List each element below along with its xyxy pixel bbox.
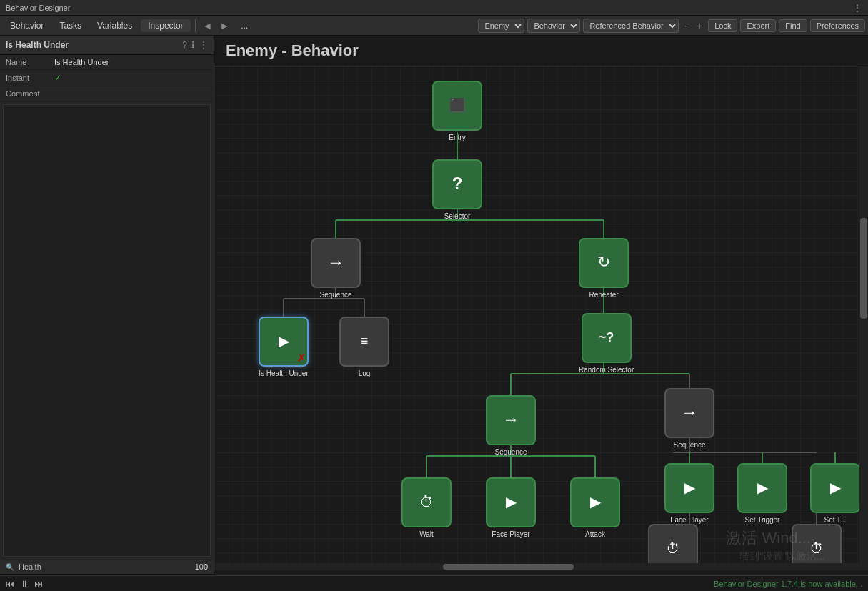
instant-check[interactable]: ✓: [54, 73, 61, 83]
ref-behavior-selector[interactable]: Referenced Behavior: [583, 19, 679, 33]
node-is-health-under[interactable]: ▶ ✗ Is Health Under: [259, 317, 309, 377]
behavior-selector[interactable]: Behavior: [527, 19, 580, 33]
sequence2-icon: →: [502, 409, 519, 429]
toolbar-minus[interactable]: -: [682, 20, 691, 31]
node-attack-box[interactable]: ▶: [570, 477, 620, 527]
node-health-box[interactable]: ▶ ✗: [259, 317, 309, 367]
health-search-icon: 🔍: [6, 563, 14, 571]
set-t-label: Set T...: [824, 516, 847, 524]
node-wait1[interactable]: ⏱ Wait: [401, 477, 452, 538]
next-button[interactable]: ⏭: [34, 579, 43, 589]
node-sequence2-box[interactable]: →: [486, 395, 536, 445]
inspector-menu-icon[interactable]: ⋮: [199, 40, 208, 50]
node-sequence1-box[interactable]: →: [311, 238, 361, 288]
node-set-trigger-box[interactable]: ▶: [737, 463, 787, 513]
entry-icon: ⬛: [449, 97, 465, 113]
prev-button[interactable]: ⏮: [6, 579, 14, 589]
node-set-t-box[interactable]: ▶: [810, 463, 860, 513]
name-value: Is Health Under: [54, 58, 208, 66]
node-selector[interactable]: ? Selector: [432, 159, 482, 220]
node-sequence1[interactable]: → Sequence: [311, 238, 361, 299]
node-entry[interactable]: ⬛ Entry: [432, 81, 482, 141]
entry-label: Entry: [449, 134, 465, 141]
repeater-label: Repeater: [589, 291, 618, 299]
node-sequence3[interactable]: → Sequence: [664, 388, 714, 449]
selector-label: Selector: [444, 212, 471, 220]
inspector-icons: ? ℹ ⋮: [182, 40, 208, 50]
log-icon: ≡: [361, 334, 369, 349]
vertical-scrollbar-thumb[interactable]: [860, 218, 867, 319]
wait1-label: Wait: [419, 530, 434, 538]
playback-controls: ⏮ ⏸ ⏭: [6, 579, 43, 589]
node-random-selector-box[interactable]: ~?: [582, 313, 632, 363]
title-bar-menu-icon[interactable]: ⋮: [852, 2, 862, 14]
log-label: Log: [359, 369, 371, 377]
node-log[interactable]: ≡ Log: [339, 317, 389, 377]
status-bar: ⏮ ⏸ ⏭ Behavior Designer 1.7.4 is now ava…: [0, 575, 868, 591]
enemy-selector[interactable]: Enemy: [478, 19, 524, 33]
node-set-t-partial[interactable]: ▶ Set T...: [810, 463, 860, 524]
canvas-title: Enemy - Behavior: [214, 36, 868, 66]
vertical-scrollbar[interactable]: [859, 66, 868, 570]
attack-icon: ▶: [590, 493, 601, 510]
node-selector-box[interactable]: ?: [432, 159, 482, 209]
toolbar-lock[interactable]: Lock: [708, 19, 737, 32]
node-repeater-box[interactable]: ↻: [579, 238, 629, 288]
health-cross-icon: ✗: [297, 352, 306, 364]
inspector-header: Is Health Under ? ℹ ⋮: [0, 36, 214, 55]
toolbar-forward[interactable]: ►: [216, 20, 232, 31]
title-bar: Behavior Designer ⋮: [0, 0, 868, 16]
node-sequence3-box[interactable]: →: [664, 388, 714, 438]
node-face-player2-box[interactable]: ▶: [664, 463, 714, 513]
menu-variables[interactable]: Variables: [90, 19, 139, 32]
node-random-selector[interactable]: ~? Random Selector: [579, 313, 634, 374]
repeater-icon: ↻: [597, 253, 610, 272]
health-play-icon: ▶: [279, 332, 289, 349]
node-set-trigger[interactable]: ▶ Set Trigger: [737, 463, 787, 524]
toolbar-back[interactable]: ◄: [200, 20, 216, 31]
name-label: Name: [6, 58, 49, 66]
toolbar-plus[interactable]: +: [694, 20, 705, 31]
horizontal-scrollbar-thumb[interactable]: [443, 564, 574, 570]
main-layout: Is Health Under ? ℹ ⋮ Name Is Health Und…: [0, 36, 868, 575]
node-sequence2[interactable]: → Sequence: [486, 395, 536, 456]
menu-behavior[interactable]: Behavior: [3, 19, 51, 32]
sequence2-label: Sequence: [494, 448, 527, 456]
node-face-player1[interactable]: ▶ Face Player: [486, 477, 536, 538]
node-entry-box[interactable]: ⬛: [432, 81, 482, 131]
attack-label: Attack: [585, 530, 605, 538]
toolbar-ellipsis[interactable]: ...: [234, 19, 255, 32]
inspector-info-icon[interactable]: ℹ: [191, 40, 195, 50]
health-value[interactable]: 100: [195, 562, 208, 571]
set-trigger-icon: ▶: [757, 479, 768, 496]
app-title: Behavior Designer: [6, 4, 71, 12]
toolbar-preferences[interactable]: Preferences: [810, 19, 865, 32]
comment-textarea[interactable]: [3, 104, 211, 557]
pause-button[interactable]: ⏸: [20, 579, 29, 589]
inspector-name-field: Name Is Health Under: [0, 55, 214, 70]
sequence1-icon: →: [327, 252, 344, 272]
menu-inspector[interactable]: Inspector: [141, 19, 190, 32]
node-face-player1-box[interactable]: ▶: [486, 477, 536, 527]
node-wait1-box[interactable]: ⏱: [401, 477, 452, 527]
menu-tasks[interactable]: Tasks: [52, 19, 89, 32]
node-repeater[interactable]: ↻ Repeater: [579, 238, 629, 299]
wait3-icon: ⏱: [809, 540, 824, 557]
canvas-content[interactable]: ⬛ Entry ? Selector → Sequence: [214, 66, 868, 570]
inspector-instant-field: Instant ✓: [0, 70, 214, 86]
status-message: Behavior Designer 1.7.4 is now available…: [714, 580, 862, 588]
inspector-help-icon[interactable]: ?: [182, 40, 187, 50]
toolbar-export[interactable]: Export: [740, 19, 776, 32]
health-section-header: 🔍 Health 100: [0, 560, 214, 575]
node-log-box[interactable]: ≡: [339, 317, 389, 367]
random-selector-label: Random Selector: [579, 366, 634, 374]
instant-label: Instant: [6, 74, 49, 82]
menu-bar: Behavior Tasks Variables Inspector ◄ ► .…: [0, 16, 868, 36]
random-selector-icon: ~?: [599, 330, 614, 345]
node-face-player2[interactable]: ▶ Face Player: [664, 463, 714, 524]
canvas-area[interactable]: Enemy - Behavior: [214, 36, 868, 575]
horizontal-scrollbar[interactable]: [214, 563, 868, 570]
inspector-comment-field: Comment: [0, 86, 214, 101]
node-attack[interactable]: ▶ Attack: [570, 477, 620, 538]
toolbar-find[interactable]: Find: [779, 19, 807, 32]
